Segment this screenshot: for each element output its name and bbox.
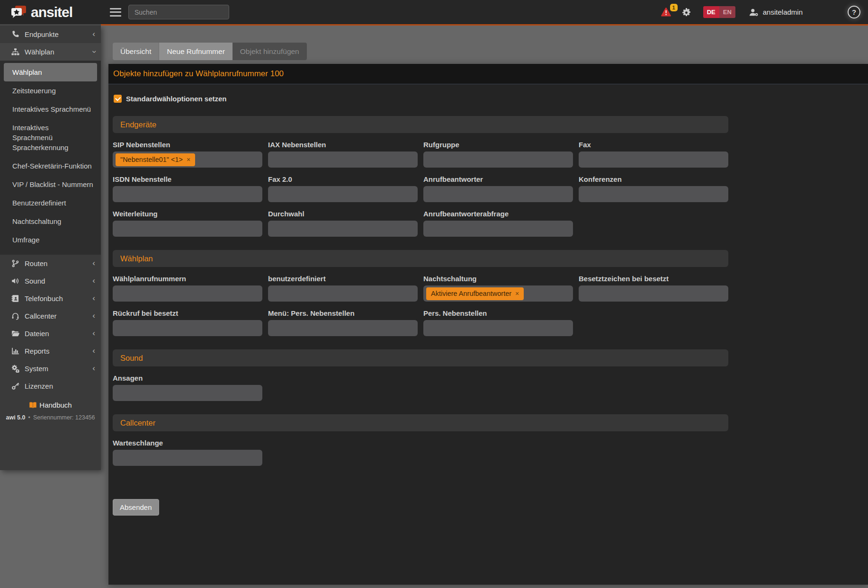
handbuch-label: Handbuch	[39, 401, 72, 409]
selected-option-tag: "Nebenstelle01" <1> ×	[116, 153, 195, 166]
weiterleitung-multiselect[interactable]	[113, 221, 262, 237]
bar-chart-icon	[11, 347, 19, 355]
chevron-down-icon: ‹	[90, 51, 98, 53]
default-options-checkbox[interactable]	[114, 95, 122, 103]
sidebar-item-dateien[interactable]: Dateien ‹	[0, 325, 101, 342]
notifications-button[interactable]: 1	[661, 7, 671, 17]
anrufbeantworter-multiselect[interactable]	[423, 186, 573, 202]
pers-nebenstellen-multiselect[interactable]	[423, 320, 573, 336]
benutzerdefiniert-multiselect[interactable]	[268, 285, 418, 302]
hamburger-icon	[110, 8, 121, 9]
gear-icon	[682, 8, 691, 17]
durchwahl-field: Durchwahl	[268, 210, 418, 237]
iax-nebenstellen-multiselect[interactable]	[268, 151, 418, 168]
konferenzen-field: Konferenzen	[579, 175, 728, 202]
app-logo[interactable]: ansitel	[0, 0, 101, 24]
submenu-item-interaktives-sprachmenue[interactable]: Interaktives Sprachmenü	[4, 100, 97, 118]
submit-button[interactable]: Absenden	[113, 499, 159, 516]
isdn-nebenstelle-field: ISDN Nebenstelle	[113, 175, 262, 202]
app-root: { "topbar": { "logo_text": "ansitel", "s…	[0, 0, 868, 588]
weiterleitung-field: Weiterleitung	[113, 210, 262, 237]
tab-neue-rufnummer[interactable]: Neue Rufnummer	[159, 43, 232, 60]
user-icon	[749, 8, 759, 17]
anrufbeantworterabfrage-field: Anrufbeantworterabfrage	[423, 210, 573, 237]
sidebar-item-system[interactable]: System ‹	[0, 360, 101, 377]
anrufbeantworterabfrage-multiselect[interactable]	[423, 221, 573, 237]
sidebar-item-sound[interactable]: Sound ‹	[0, 272, 101, 290]
sidebar-item-label: Lizenzen	[25, 382, 95, 390]
key-icon	[11, 382, 19, 390]
help-button[interactable]: ?	[848, 6, 860, 18]
durchwahl-multiselect[interactable]	[268, 221, 418, 237]
isdn-nebenstelle-multiselect[interactable]	[113, 186, 262, 202]
settings-button[interactable]	[682, 8, 691, 17]
logo-text: ansitel	[31, 5, 72, 19]
selected-option-tag: Aktiviere Anrufbeantworter ×	[426, 287, 524, 300]
waehlplanrufnummern-multiselect[interactable]	[113, 285, 262, 302]
pers-nebenstellen-field: Pers. Nebenstellen	[423, 309, 573, 336]
topbar-accent-line	[101, 24, 868, 26]
headset-icon	[11, 312, 19, 320]
question-mark-icon: ?	[852, 8, 856, 16]
rufgruppe-multiselect[interactable]	[423, 151, 573, 168]
username-label: ansiteladmin	[763, 8, 803, 16]
search-input[interactable]	[128, 5, 229, 19]
sidebar-item-waehlplan[interactable]: Wählplan ‹	[0, 43, 101, 61]
callcenter-fields: Warteschlange	[113, 439, 863, 466]
sidebar-item-telefonbuch[interactable]: Telefonbuch ‹	[0, 290, 101, 307]
konferenzen-multiselect[interactable]	[579, 186, 728, 202]
sidebar-item-callcenter[interactable]: Callcenter ‹	[0, 307, 101, 325]
submenu-item-zeitsteuerung[interactable]: Zeitsteuerung	[4, 81, 97, 100]
sidebar-item-routen[interactable]: Routen ‹	[0, 255, 101, 272]
chevron-left-icon: ‹	[92, 30, 95, 38]
sidebar-toggle-button[interactable]	[110, 8, 121, 17]
warteschlange-multiselect[interactable]	[113, 450, 262, 466]
add-object-form: Standardwähloptionen setzen Endgeräte SI…	[108, 84, 868, 516]
chevron-left-icon: ‹	[92, 294, 95, 302]
nachtschaltung-field: Nachtschaltung Aktiviere Anrufbeantworte…	[423, 275, 573, 302]
address-book-icon	[11, 294, 19, 303]
language-en-button[interactable]: EN	[719, 6, 735, 18]
sidebar-item-label: Telefonbuch	[25, 294, 92, 303]
language-toggle: DE EN	[703, 6, 735, 18]
waehlplan-submenu: Wählplan Zeitsteuerung Interaktives Spra…	[0, 61, 101, 255]
benutzerdefiniert-field: benutzerdefiniert	[268, 275, 418, 302]
menue-pers-nebenstellen-field: Menü: Pers. Nebenstellen	[268, 309, 418, 336]
iax-nebenstellen-field: IAX Nebenstellen	[268, 141, 418, 168]
rueckruf-bei-besetzt-multiselect[interactable]	[113, 320, 262, 336]
ansagen-multiselect[interactable]	[113, 385, 262, 401]
fax-2-0-multiselect[interactable]	[268, 186, 418, 202]
submenu-item-sprachmenue-spracherkennung[interactable]: Interaktives Sprachmenü Spracherkennung	[4, 118, 89, 157]
sidebar-footer: Handbuch awi 5.0•Seriennummer: 123456	[0, 401, 101, 421]
phone-icon	[11, 30, 19, 38]
handbuch-link[interactable]: Handbuch	[29, 401, 72, 409]
bullet-separator: •	[28, 414, 30, 421]
sidebar: Endpunkte ‹ Wählplan ‹ Wählplan Zeitsteu…	[0, 26, 101, 470]
tag-label: Aktiviere Anrufbeantworter	[431, 290, 511, 297]
submenu-item-benutzerdefiniert[interactable]: Benutzerdefiniert	[4, 194, 97, 212]
besetztzeichen-bei-besetzt-multiselect[interactable]	[579, 285, 728, 302]
submenu-item-umfrage[interactable]: Umfrage	[4, 231, 97, 249]
submenu-item-nachtschaltung[interactable]: Nachtschaltung	[4, 212, 97, 231]
sidebar-item-lizenzen[interactable]: Lizenzen	[0, 377, 101, 395]
sidebar-item-label: Dateien	[25, 330, 92, 338]
sidebar-item-reports[interactable]: Reports ‹	[0, 342, 101, 360]
fax-multiselect[interactable]	[579, 151, 728, 168]
sip-nebenstellen-multiselect[interactable]: "Nebenstelle01" <1> ×	[113, 151, 262, 168]
nachtschaltung-multiselect[interactable]: Aktiviere Anrufbeantworter ×	[423, 285, 573, 302]
tab-uebersicht[interactable]: Übersicht	[113, 43, 159, 60]
menue-pers-nebenstellen-multiselect[interactable]	[268, 320, 418, 336]
sidebar-item-label: Wählplan	[25, 48, 92, 56]
language-de-button[interactable]: DE	[703, 6, 719, 18]
sitemap-icon	[11, 48, 19, 56]
sidebar-item-endpunkte[interactable]: Endpunkte ‹	[0, 26, 101, 43]
submenu-item-chef-sekretaerin[interactable]: Chef-Sekretärin-Funktion	[4, 157, 97, 175]
user-menu[interactable]: ansiteladmin	[749, 8, 803, 17]
remove-tag-icon[interactable]: ×	[515, 290, 519, 297]
submenu-item-waehlplan[interactable]: Wählplan	[4, 63, 97, 81]
sidebar-separator-line	[0, 24, 101, 26]
remove-tag-icon[interactable]: ×	[187, 156, 190, 163]
sidebar-item-label: Reports	[25, 347, 92, 355]
topbar: ansitel 1 DE	[0, 0, 868, 24]
submenu-item-vip-blacklist[interactable]: VIP / Blacklist - Nummern	[4, 175, 97, 194]
